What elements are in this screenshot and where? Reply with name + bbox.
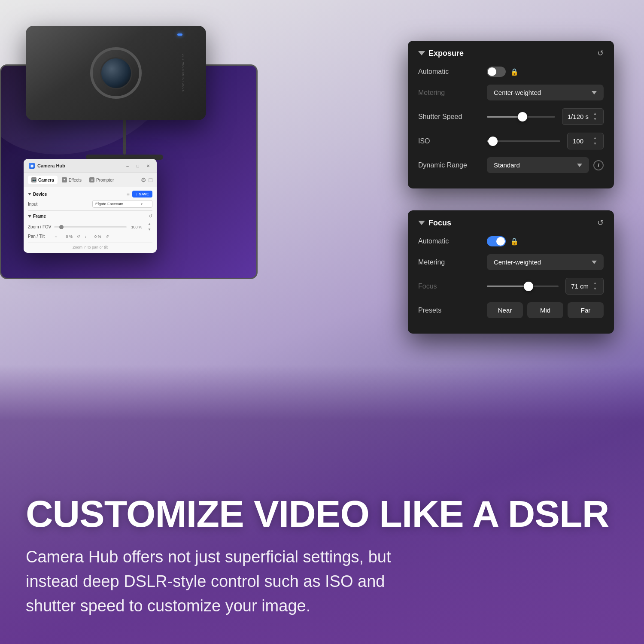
device-section-title: Device: [28, 192, 47, 197]
settings-icon[interactable]: ⚙: [141, 176, 146, 183]
frame-section-title: Frame: [28, 214, 46, 219]
metering-label: Metering: [418, 89, 487, 97]
prompter-tab-icon: ≡: [89, 177, 94, 182]
exposure-automatic-label: Automatic: [418, 68, 487, 76]
metering-dropdown[interactable]: Center-weighted: [487, 85, 604, 100]
window-body: Device ≡ ↓ SAVE Input Elgato Facecam ▾: [24, 187, 157, 253]
device-list-icon[interactable]: ≡: [127, 191, 130, 197]
focus-metering-chevron-icon: [592, 261, 597, 264]
window-title-left: ◉ Camera Hub: [29, 163, 65, 169]
input-label: Input: [28, 202, 37, 207]
pan-arrows-icon: ↔: [54, 234, 58, 239]
shutter-stepper[interactable]: ▲ ▼: [592, 111, 598, 122]
window-controls: – □ ✕: [124, 162, 152, 169]
zoom-value: 100 %: [129, 225, 142, 229]
zoom-down[interactable]: ▼: [146, 227, 152, 232]
zoom-slider[interactable]: [54, 226, 127, 228]
focus-lock-icon: 🔒: [510, 237, 519, 246]
zoom-note: Zoom in to pan or tilt: [28, 242, 152, 249]
focus-stepper[interactable]: ▲ ▼: [592, 281, 598, 292]
input-select[interactable]: Elgato Facecam ▾: [92, 200, 152, 208]
focus-automatic-row: Automatic 🔒: [418, 236, 604, 246]
zoom-up[interactable]: ▲: [146, 222, 152, 227]
pan-label: Pan / Tilt: [28, 234, 52, 239]
frame-section: Frame ↺ Zoom / FOV 100 % ▲ ▼ Pan / Tilt …: [28, 210, 152, 249]
focus-up[interactable]: ▲: [592, 281, 598, 286]
device-section-actions: ≡ ↓ SAVE: [127, 191, 152, 197]
device-section-header: Device ≡ ↓ SAVE: [28, 191, 152, 197]
focus-panel-title: Focus: [418, 219, 451, 228]
focus-slider-thumb[interactable]: [524, 282, 533, 291]
iso-slider-thumb[interactable]: [488, 137, 498, 146]
focus-automatic-label: Automatic: [418, 237, 487, 245]
focus-slider-row: Focus 71 cm ▲ ▼: [418, 278, 604, 295]
window-tabs: 📷 Camera ✦ Effects ≡ Prompter ⚙ □: [24, 173, 157, 187]
focus-metering-label: Metering: [418, 258, 487, 266]
exposure-automatic-row: Automatic 🔒: [418, 67, 604, 77]
dynamic-range-dropdown[interactable]: Standard: [487, 157, 589, 173]
hero-text-section: CUSTOMIZE VIDEO LIKE A DSLR Camera Hub o…: [26, 495, 618, 618]
shutter-down[interactable]: ▼: [592, 117, 598, 122]
iso-slider[interactable]: [487, 140, 560, 142]
focus-slider[interactable]: [487, 286, 559, 287]
iso-stepper[interactable]: ▲ ▼: [592, 136, 598, 146]
iso-down[interactable]: ▼: [592, 141, 598, 146]
focus-slider-fill: [487, 286, 529, 287]
preset-mid-button[interactable]: Mid: [527, 302, 563, 318]
pan-reset-icon[interactable]: ↺: [77, 234, 80, 239]
exposure-lock-icon: 🔒: [510, 68, 519, 76]
collapse-device-icon[interactable]: [28, 193, 31, 195]
presets-row: Presets Near Mid Far: [418, 302, 604, 318]
preset-near-button[interactable]: Near: [487, 302, 523, 318]
frame-reset-icon[interactable]: ↺: [149, 213, 152, 219]
webcam: 23.7 MEGA AUTOFOCUS: [13, 26, 236, 172]
webcam-led: [177, 33, 182, 36]
exposure-automatic-toggle[interactable]: [487, 67, 506, 77]
iso-label: ISO: [418, 137, 487, 145]
dynamic-range-info-icon[interactable]: i: [593, 160, 604, 170]
maximize-button[interactable]: □: [134, 162, 141, 169]
tab-camera[interactable]: 📷 Camera: [28, 176, 58, 184]
shutter-slider-thumb[interactable]: [518, 112, 527, 122]
focus-collapse-icon[interactable]: [418, 221, 425, 225]
more-icon[interactable]: □: [149, 176, 152, 183]
focus-panel-header: Focus ↺: [418, 218, 604, 228]
dynamic-range-row: Dynamic Range Standard i: [418, 157, 604, 173]
focus-slider-label: Focus: [418, 283, 487, 290]
shutter-slider-container: 1/120 s ▲ ▼: [487, 108, 604, 125]
shutter-speed-value-box: 1/120 s ▲ ▼: [562, 108, 604, 125]
focus-reset-button[interactable]: ↺: [597, 218, 604, 228]
focus-value-box: 71 cm ▲ ▼: [565, 278, 604, 295]
collapse-frame-icon[interactable]: [28, 215, 31, 218]
tab-effects[interactable]: ✦ Effects: [58, 176, 85, 184]
webcam-body: 23.7 MEGA AUTOFOCUS: [26, 26, 206, 120]
minimize-button[interactable]: –: [124, 162, 131, 169]
tab-prompter[interactable]: ≡ Prompter: [86, 176, 117, 184]
focus-metering-dropdown[interactable]: Center-weighted: [487, 254, 604, 270]
app-icon: ◉: [29, 163, 35, 169]
shutter-up[interactable]: ▲: [592, 111, 598, 116]
zoom-stepper[interactable]: ▲ ▼: [146, 222, 152, 232]
iso-row: ISO 100 ▲ ▼: [418, 133, 604, 149]
exposure-collapse-icon[interactable]: [418, 51, 425, 55]
iso-up[interactable]: ▲: [592, 136, 598, 141]
tilt-reset-icon[interactable]: ↺: [106, 234, 109, 239]
sub-text: Camera Hub offers not just superficial s…: [26, 545, 404, 618]
exposure-reset-button[interactable]: ↺: [597, 49, 604, 58]
zoom-slider-thumb[interactable]: [59, 225, 64, 229]
focus-down[interactable]: ▼: [592, 286, 598, 292]
focus-automatic-toggle[interactable]: [487, 236, 506, 246]
preset-far-button[interactable]: Far: [568, 302, 604, 318]
shutter-slider[interactable]: [487, 116, 555, 118]
frame-section-header: Frame ↺: [28, 213, 152, 219]
webcam-lens: [100, 57, 132, 89]
effects-tab-icon: ✦: [62, 177, 67, 182]
camera-tab-icon: 📷: [31, 177, 36, 182]
focus-slider-container: 71 cm ▲ ▼: [487, 278, 604, 295]
metering-chevron-icon: [592, 91, 597, 94]
dynamic-range-chevron-icon: [577, 164, 582, 167]
metering-row: Metering Center-weighted: [418, 85, 604, 100]
save-button[interactable]: ↓ SAVE: [132, 191, 152, 197]
close-button[interactable]: ✕: [145, 162, 152, 169]
window-title: Camera Hub: [37, 163, 65, 168]
